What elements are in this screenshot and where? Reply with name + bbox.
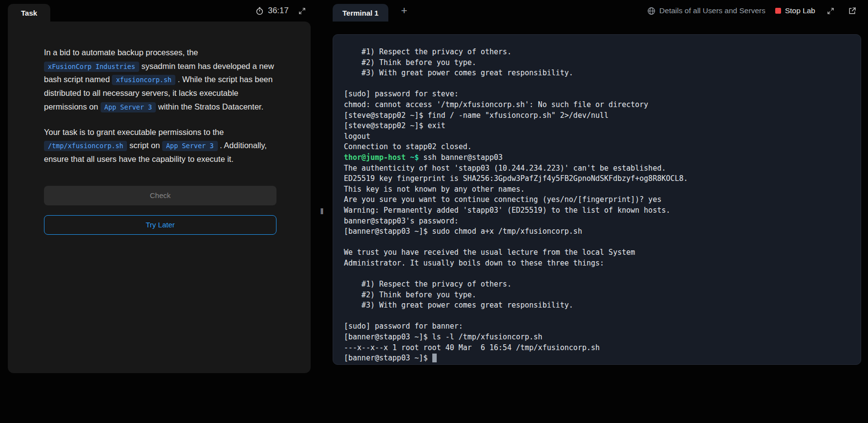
open-external-button[interactable] xyxy=(846,5,858,17)
terminal-line xyxy=(344,237,854,248)
globe-icon xyxy=(647,7,656,15)
terminal-line xyxy=(344,268,854,279)
terminal-line: Are you sure you want to continue connec… xyxy=(344,195,854,205)
app-root: Task 36:17 In a bid t xyxy=(0,0,868,423)
inline-code-chip: App Server 3 xyxy=(101,102,156,112)
terminal-line: #1) Respect the privacy of others. xyxy=(344,47,854,58)
terminal-line: The authenticity of host 'stapp03 (10.24… xyxy=(344,163,854,174)
terminal-line: #2) Think before you type. xyxy=(344,290,854,301)
terminal-panel[interactable]: #1) Respect the privacy of others. #2) T… xyxy=(333,34,861,365)
terminal-line: #3) With great power comes great respons… xyxy=(344,68,854,79)
terminal-line: banner@stapp03's password: xyxy=(344,216,854,227)
details-users-servers-button[interactable]: Details of all Users and Servers xyxy=(647,6,765,15)
terminal-line: We trust you have received the usual lec… xyxy=(344,247,854,258)
terminal-line: Administrator. It usually boils down to … xyxy=(344,258,854,269)
terminal-line: [steve@stapp02 ~]$ find / -name "xfusion… xyxy=(344,111,854,121)
check-button[interactable]: Check xyxy=(44,186,276,205)
task-text: script on xyxy=(127,141,162,150)
task-text: In a bid to automate backup processes, t… xyxy=(44,48,198,57)
task-section: Task 36:17 In a bid t xyxy=(0,0,317,423)
task-text: within the Stratos Datacenter. xyxy=(156,102,263,111)
panel-resize-handle[interactable]: ‖ xyxy=(317,0,328,423)
terminal-line: This key is not known by any other names… xyxy=(344,184,854,195)
task-header-bar: Task 36:17 xyxy=(0,0,317,22)
tab-task[interactable]: Task xyxy=(8,4,50,22)
tab-terminal-1[interactable]: Terminal 1 xyxy=(333,4,388,22)
terminal-line: Connection to stapp02 closed. xyxy=(344,142,854,153)
terminal-output: #1) Respect the privacy of others. #2) T… xyxy=(344,47,854,364)
inline-code-chip: App Server 3 xyxy=(162,141,218,151)
stop-lab-label: Stop Lab xyxy=(785,6,815,15)
stop-icon xyxy=(775,8,781,14)
terminal-header-actions: Details of all Users and Servers Stop La… xyxy=(647,5,858,17)
add-terminal-tab-button[interactable]: + xyxy=(401,5,407,16)
external-link-icon xyxy=(848,7,856,15)
task-actions: Check Try Later xyxy=(44,186,276,235)
terminal-line: [banner@stapp03 ~]$ ls -l /tmp/xfusionco… xyxy=(344,332,854,343)
terminal-line: [sudo] password for steve: xyxy=(344,89,854,100)
terminal-line: Warning: Permanently added 'stapp03' (ED… xyxy=(344,205,854,216)
task-panel: In a bid to automate backup processes, t… xyxy=(8,22,311,373)
terminal-line: [steve@stapp02 ~]$ exit xyxy=(344,121,854,132)
terminal-line: [banner@stapp03 ~]$ sudo chmod a+x /tmp/… xyxy=(344,226,854,237)
terminal-line xyxy=(344,311,854,322)
task-paragraph: Your task is to grant executable permiss… xyxy=(44,126,276,166)
terminal-header-bar: Terminal 1 + Details of all Users and Se… xyxy=(328,0,868,22)
inline-code-chip: /tmp/xfusioncorp.sh xyxy=(44,141,127,151)
terminal-line: #3) With great power comes great respons… xyxy=(344,300,854,311)
try-later-button[interactable]: Try Later xyxy=(44,215,276,235)
terminal-line: thor@jump-host ~$ ssh banner@stapp03 xyxy=(344,153,854,163)
tab-terminal-1-label: Terminal 1 xyxy=(342,9,379,17)
terminal-line: #1) Respect the privacy of others. xyxy=(344,279,854,290)
task-description: In a bid to automate backup processes, t… xyxy=(44,46,276,166)
terminal-cursor xyxy=(432,354,437,362)
drag-handle-icon: ‖ xyxy=(320,207,324,217)
terminal-line: chmod: cannot access '/tmp/xfusioncorp.s… xyxy=(344,100,854,111)
expand-icon xyxy=(827,7,834,15)
expand-task-button[interactable] xyxy=(296,5,308,17)
expand-terminal-button[interactable] xyxy=(825,5,836,17)
inline-code-chip: xFusionCorp Industries xyxy=(44,62,139,72)
tab-task-label: Task xyxy=(21,9,37,17)
stop-lab-button[interactable]: Stop Lab xyxy=(775,6,815,15)
terminal-line: logout xyxy=(344,132,854,142)
terminal-line xyxy=(344,79,854,89)
timer-value: 36:17 xyxy=(268,6,289,16)
details-users-servers-label: Details of all Users and Servers xyxy=(659,6,765,15)
terminal-line: [sudo] password for banner: xyxy=(344,321,854,332)
expand-icon xyxy=(298,7,306,15)
inline-code-chip: xfusioncorp.sh xyxy=(112,75,175,85)
stopwatch-icon xyxy=(255,7,264,15)
terminal-line: ---x--x--x 1 root root 40 Mar 6 16:54 /t… xyxy=(344,343,854,354)
terminal-line: #2) Think before you type. xyxy=(344,58,854,68)
lab-timer: 36:17 xyxy=(255,6,289,16)
terminal-section: Terminal 1 + Details of all Users and Se… xyxy=(328,0,868,423)
task-text: Your task is to grant executable permiss… xyxy=(44,128,224,136)
terminal-line: [banner@stapp03 ~]$ xyxy=(344,353,854,364)
terminal-line: ED25519 key fingerprint is SHA256:3Gpdw3… xyxy=(344,174,854,184)
task-paragraph: In a bid to automate backup processes, t… xyxy=(44,46,276,114)
